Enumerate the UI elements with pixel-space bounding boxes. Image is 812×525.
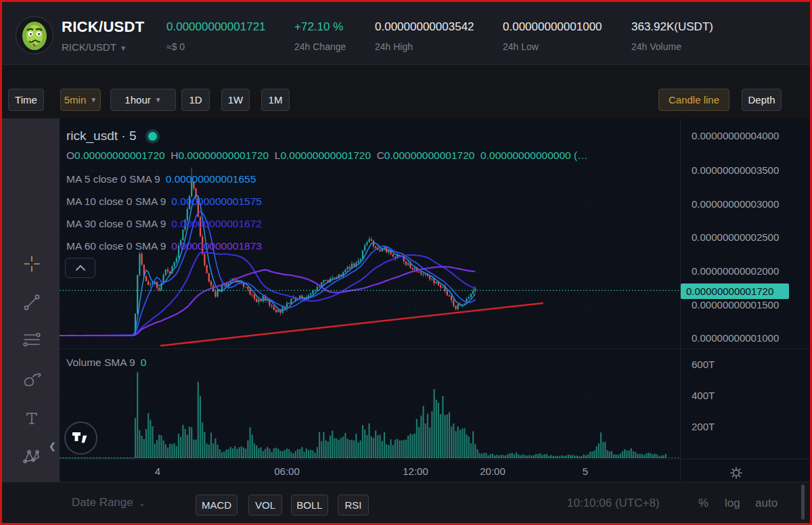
candlestick-chart-canvas[interactable] — [60, 118, 680, 482]
interval-1m-button[interactable]: 1M — [261, 89, 290, 111]
price-usd: ≈$ 0 — [166, 41, 185, 52]
change-label: 24h Change — [294, 41, 346, 52]
axis-tick-label: 600T — [692, 359, 715, 370]
axis-tick-label: 400T — [692, 390, 715, 401]
time-tick-label: 12:00 — [403, 465, 428, 477]
last-price-badge: 0.00000000001720 — [681, 283, 789, 299]
time-tick-label: 06:00 — [274, 465, 300, 477]
interval-toolbar: Time 5min▼ 1hour▼ 1D 1W 1M Candle line D… — [2, 64, 810, 118]
date-range-selector[interactable]: Date Range⌄ — [72, 496, 145, 509]
drawing-toolbar — [2, 118, 60, 523]
rick-face-icon — [16, 17, 53, 53]
interval-time-button[interactable]: Time — [8, 89, 44, 111]
high-value: 0.00000000003542 — [375, 20, 474, 34]
volume-label: 24h Volume — [631, 41, 681, 52]
axis-tick-label: 0.00000000001000 — [692, 332, 779, 344]
trend-line-icon[interactable] — [20, 291, 43, 314]
last-price: 0.00000000001721 — [166, 20, 266, 34]
collapse-sidebar-chevron-icon[interactable]: ❮ — [49, 441, 56, 451]
axis-tick-label: 0.00000000001500 — [692, 299, 779, 311]
time-tick-label: 5 — [583, 465, 588, 477]
interval-1hour-button[interactable]: 1hour▼ — [110, 89, 176, 111]
axis-tick-label: 0.00000000002000 — [692, 265, 779, 277]
chevron-up-icon — [75, 265, 86, 271]
tradingview-logo[interactable] — [64, 421, 97, 455]
chevron-down-icon: ▼ — [155, 96, 162, 104]
axis-tick-label: 200T — [692, 421, 715, 432]
indicator-macd-button[interactable]: MACD — [196, 495, 238, 516]
time-tick-label: 4 — [155, 465, 160, 477]
percent-scale-toggle[interactable]: % — [698, 497, 708, 510]
axis-tick-label: 0.00000000003000 — [692, 198, 779, 210]
interval-5min-button[interactable]: 5min▼ — [60, 89, 101, 111]
time-tick-label: 20:00 — [480, 465, 505, 477]
app-window: RICK/USDT RICK/USDT▼ 0.00000000001721 ≈$… — [0, 0, 812, 525]
low-value: 0.00000000001000 — [503, 20, 602, 34]
interval-1w-button[interactable]: 1W — [221, 89, 250, 111]
collapse-indicators-button[interactable] — [65, 258, 95, 278]
axis-tick-label: 0.00000000003500 — [692, 164, 779, 176]
crosshair-icon[interactable] — [20, 252, 43, 275]
fib-lines-icon[interactable] — [20, 328, 43, 351]
chevron-down-icon: ▼ — [120, 44, 127, 52]
axis-settings-gear-icon[interactable] — [729, 466, 743, 480]
bottom-bar: Date Range⌄ MACD VOL BOLL RSI 10:10:06 (… — [2, 482, 810, 523]
depth-button[interactable]: Depth — [742, 89, 782, 111]
high-label: 24h High — [375, 41, 413, 52]
log-scale-toggle[interactable]: log — [725, 497, 740, 510]
brush-icon[interactable] — [20, 367, 43, 390]
pair-selector[interactable]: RICK/USDT▼ — [62, 41, 127, 53]
price-axis[interactable]: 0.000000000040000.000000000035000.000000… — [680, 118, 810, 482]
low-label: 24h Low — [503, 41, 539, 52]
clock-readout: 10:10:06 (UTC+8) — [567, 497, 660, 510]
axis-tick-label: 0.00000000002500 — [692, 231, 779, 243]
scrollbar-thumb[interactable] — [801, 484, 805, 520]
indicator-vol-button[interactable]: VOL — [248, 495, 282, 516]
chevron-down-icon: ⌄ — [139, 499, 145, 508]
token-avatar — [16, 16, 53, 54]
volume-value: 363.92K(USDT) — [631, 20, 713, 34]
change-value: +72.10 % — [294, 20, 343, 34]
tradingview-mark-icon — [72, 432, 90, 444]
indicator-rsi-button[interactable]: RSI — [338, 495, 369, 516]
xabcd-pattern-icon[interactable] — [20, 445, 43, 468]
time-axis[interactable]: 406:0012:0020:005 — [60, 459, 680, 482]
pair-symbol: RICK/USDT — [62, 18, 144, 36]
candle-line-button[interactable]: Candle line — [658, 89, 729, 111]
auto-scale-toggle[interactable]: auto — [755, 497, 777, 510]
text-icon[interactable] — [20, 407, 43, 430]
chevron-down-icon: ▼ — [90, 96, 97, 104]
indicator-boll-button[interactable]: BOLL — [291, 495, 328, 516]
axis-tick-label: 0.00000000004000 — [692, 130, 779, 141]
interval-1d-button[interactable]: 1D — [181, 89, 210, 111]
pair-header: RICK/USDT RICK/USDT▼ 0.00000000001721 ≈$… — [2, 2, 810, 64]
